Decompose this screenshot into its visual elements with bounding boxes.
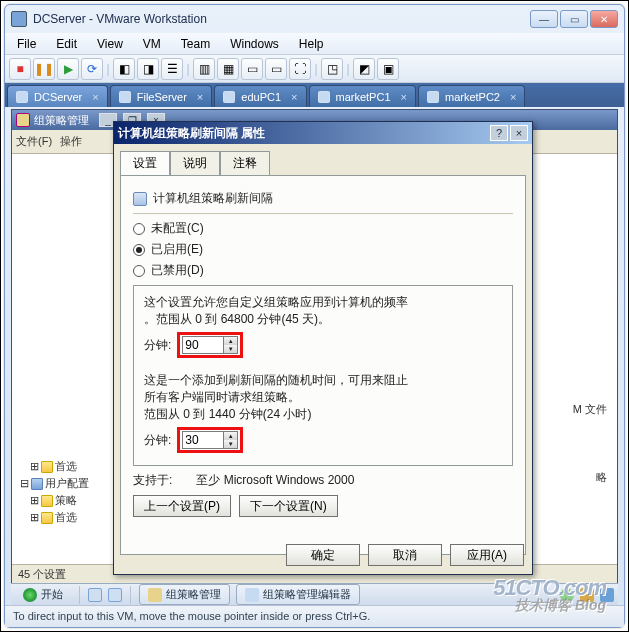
separator-icon: | [313,58,319,80]
spin-up-icon[interactable]: ▲ [223,337,237,345]
spin-down-icon[interactable]: ▼ [223,440,237,448]
vm-icon [318,91,330,103]
tray-icon[interactable] [580,588,594,602]
tab-close-icon[interactable]: × [197,91,203,103]
vmware-icon [11,11,27,27]
tab-marketpc1[interactable]: marketPC1× [309,85,416,107]
apply-button[interactable]: 应用(A) [450,544,524,566]
fullscreen-button[interactable]: ⛶ [289,58,311,80]
separator-icon: | [345,58,351,80]
spin-down-icon[interactable]: ▼ [223,345,237,353]
cancel-button[interactable]: 取消 [368,544,442,566]
quicklaunch-icon[interactable] [108,588,122,602]
radio-not-configured[interactable]: 未配置(C) [133,220,513,237]
ok-button[interactable]: 确定 [286,544,360,566]
menu-edit[interactable]: Edit [46,34,87,54]
menu-vm[interactable]: VM [133,34,171,54]
tab-label: DCServer [34,91,82,103]
separator-icon [79,586,80,604]
poweron-button[interactable]: ▶ [57,58,79,80]
content-hint: M 文件 [573,402,607,417]
menu-view[interactable]: View [87,34,133,54]
dialog-close-button[interactable]: × [510,125,528,141]
folder-icon [41,495,53,507]
suspend-button[interactable]: ❚❚ [33,58,55,80]
menu-file[interactable]: File [7,34,46,54]
unity-button[interactable]: ◳ [321,58,343,80]
tray-icon[interactable] [560,588,574,602]
maximize-button[interactable]: ▭ [560,10,588,28]
tab-setting[interactable]: 设置 [120,151,170,176]
tab-fileserver[interactable]: FileServer× [110,85,213,107]
folder-icon [41,512,53,524]
dialog-titlebar[interactable]: 计算机组策略刷新间隔 属性 ? × [114,122,532,144]
content-hint: 略 [596,470,607,485]
dialog-title: 计算机组策略刷新间隔 属性 [118,125,265,142]
interval-minutes-input[interactable] [183,337,223,353]
taskbar-item-gpeditor[interactable]: 组策略管理编辑器 [236,584,360,605]
tab-label: eduPC1 [241,91,281,103]
policy-icon [133,192,147,206]
poweroff-button[interactable]: ■ [9,58,31,80]
mmc-icon [16,113,30,127]
menu-team[interactable]: Team [171,34,220,54]
tree-node: ⊟用户配置 [14,475,117,492]
toolbar-view-button[interactable]: ▦ [217,58,239,80]
vm-icon [223,91,235,103]
tab-marketpc2[interactable]: marketPC2× [418,85,525,107]
tab-close-icon[interactable]: × [510,91,516,103]
menu-help[interactable]: Help [289,34,334,54]
spin-up-icon[interactable]: ▲ [223,432,237,440]
tab-close-icon[interactable]: × [92,91,98,103]
console-button[interactable]: ▭ [265,58,287,80]
vm-tabstrip: DCServer× FileServer× eduPC1× marketPC1×… [5,83,624,107]
previous-setting-button[interactable]: 上一个设置(P) [133,495,231,517]
help-button[interactable]: ? [490,125,508,141]
system-tray[interactable] [560,588,614,602]
random-minutes-input[interactable] [183,432,223,448]
divider [133,213,513,214]
minimize-button[interactable]: — [530,10,558,28]
supported-on-value: 至少 Microsoft Windows 2000 [196,472,354,489]
tab-comment[interactable]: 注释 [220,151,270,176]
app-icon [245,588,259,602]
revert-button[interactable]: ◨ [137,58,159,80]
tree-node: ⊞首选 [14,509,117,526]
start-button[interactable]: 开始 [15,585,71,604]
capture-button[interactable]: ◩ [353,58,375,80]
radio-enabled[interactable]: 已启用(E) [133,241,513,258]
folder-icon [41,461,53,473]
start-label: 开始 [41,587,63,602]
tab-dcserver[interactable]: DCServer× [7,85,108,107]
quicklaunch-icon[interactable] [88,588,102,602]
summary-button[interactable]: ▭ [241,58,263,80]
tab-close-icon[interactable]: × [291,91,297,103]
random-minutes-spinner[interactable]: ▲▼ [182,431,238,449]
sidebar-button[interactable]: ▥ [193,58,215,80]
properties-dialog: 计算机组策略刷新间隔 属性 ? × 设置 说明 注释 计算机组策略刷新间隔 未配… [113,121,533,575]
dialog-body: 计算机组策略刷新间隔 未配置(C) 已启用(E) 已禁用(D) 这个设置允许您自… [120,175,526,555]
mmc-menu-file[interactable]: 文件(F) [16,134,52,149]
radio-disabled[interactable]: 已禁用(D) [133,262,513,279]
menu-windows[interactable]: Windows [220,34,289,54]
vmware-window: DCServer - VMware Workstation — ▭ ✕ File… [4,4,625,628]
tab-explain[interactable]: 说明 [170,151,220,176]
desc-line: 。范围从 0 到 64800 分钟(45 天)。 [144,311,502,328]
dialog-button-row: 确定 取消 应用(A) [286,544,524,566]
mmc-menu-action[interactable]: 操作 [60,134,82,149]
next-setting-button[interactable]: 下一个设置(N) [239,495,338,517]
manage-snapshot-button[interactable]: ☰ [161,58,183,80]
interval-minutes-spinner[interactable]: ▲▼ [182,336,238,354]
tab-close-icon[interactable]: × [401,91,407,103]
mmc-tree[interactable]: ⊞首选 ⊟用户配置 ⊞策略 ⊞首选 [12,154,120,564]
policy-header: 计算机组策略刷新间隔 [153,190,273,207]
close-button[interactable]: ✕ [590,10,618,28]
minutes-label: 分钟: [144,432,171,449]
taskbar-item-gpmc[interactable]: 组策略管理 [139,584,230,605]
snapshot-button[interactable]: ◧ [113,58,135,80]
highlight-box: ▲▼ [177,427,243,453]
reset-button[interactable]: ⟳ [81,58,103,80]
tray-icon[interactable] [600,588,614,602]
tab-edupc1[interactable]: eduPC1× [214,85,306,107]
replay-button[interactable]: ▣ [377,58,399,80]
